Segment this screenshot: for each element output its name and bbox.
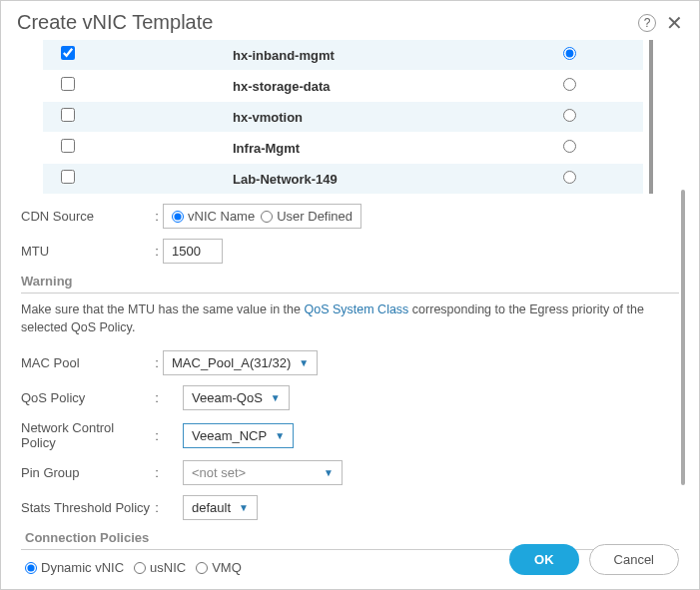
vlan-row: Lab-Network-149	[43, 164, 643, 194]
vlan-checkbox[interactable]	[61, 108, 75, 122]
divider	[21, 293, 679, 294]
scrollbar[interactable]	[681, 190, 685, 485]
radio-icon[interactable]	[134, 562, 146, 574]
cdn-source-label: CDN Source	[21, 209, 151, 224]
radio-icon[interactable]	[261, 211, 273, 223]
vlan-row: Infra-Mgmt	[43, 133, 643, 163]
radio-icon[interactable]	[196, 562, 208, 574]
dialog-header: Create vNIC Template ? ✕	[1, 1, 699, 40]
form-area: CDN Source : vNIC Name User Defined MTU …	[17, 204, 683, 575]
chevron-down-icon: ▼	[324, 467, 334, 478]
vlan-native-radio[interactable]	[563, 109, 576, 122]
stats-threshold-row: Stats Threshold Policy : default▼	[21, 495, 679, 520]
pin-group-select[interactable]: <not set>▼	[183, 460, 343, 485]
vlan-checkbox[interactable]	[61, 77, 75, 91]
vlan-name: hx-vmotion	[103, 110, 563, 125]
chevron-down-icon: ▼	[299, 357, 309, 368]
mtu-input[interactable]	[163, 239, 223, 264]
vlan-name: hx-storage-data	[103, 79, 563, 94]
qos-policy-select[interactable]: Veeam-QoS▼	[183, 385, 290, 410]
connection-policies-heading: Connection Policies	[25, 530, 679, 545]
vlan-list: hx-inband-mgmt hx-storage-data hx-vmotio…	[17, 40, 683, 194]
dynamic-vnic-option[interactable]: Dynamic vNIC	[25, 560, 124, 575]
pin-group-row: Pin Group : <not set>▼	[21, 460, 679, 485]
vlan-checkbox[interactable]	[61, 170, 75, 184]
cdn-user-defined-option[interactable]: User Defined	[261, 209, 352, 224]
vlan-row: hx-storage-data	[43, 71, 643, 101]
vlan-native-radio[interactable]	[563, 140, 576, 153]
content: hx-inband-mgmt hx-storage-data hx-vmotio…	[1, 40, 699, 575]
vlan-name: Infra-Mgmt	[103, 141, 563, 156]
cdn-source-row: CDN Source : vNIC Name User Defined	[21, 204, 679, 229]
vlan-checkbox[interactable]	[61, 46, 75, 60]
pin-group-label: Pin Group	[21, 465, 151, 480]
vlan-name: hx-inband-mgmt	[103, 48, 563, 63]
vmq-option[interactable]: VMQ	[196, 560, 242, 575]
cdn-source-group: vNIC Name User Defined	[163, 204, 361, 229]
network-control-policy-select[interactable]: Veeam_NCP▼	[183, 423, 294, 448]
qos-policy-label: QoS Policy	[21, 390, 151, 405]
chevron-down-icon: ▼	[275, 430, 285, 441]
vlan-native-radio[interactable]	[563, 78, 576, 91]
vlan-row: hx-inband-mgmt	[43, 40, 643, 70]
vlan-native-radio[interactable]	[563, 47, 576, 60]
network-control-policy-row: Network Control Policy : Veeam_NCP▼	[21, 420, 679, 450]
header-icons: ? ✕	[638, 13, 683, 33]
warning-text: Make sure that the MTU has the same valu…	[21, 301, 679, 336]
chevron-down-icon: ▼	[239, 502, 249, 513]
ok-button[interactable]: OK	[509, 544, 579, 575]
vlan-checkbox[interactable]	[61, 139, 75, 153]
radio-icon[interactable]	[25, 562, 37, 574]
dialog-title: Create vNIC Template	[17, 11, 213, 34]
mac-pool-select[interactable]: MAC_Pool_A(31/32)▼	[163, 350, 318, 375]
qos-policy-row: QoS Policy : Veeam-QoS▼	[21, 385, 679, 410]
stats-threshold-label: Stats Threshold Policy	[21, 500, 151, 515]
mac-pool-row: MAC Pool : MAC_Pool_A(31/32)▼	[21, 350, 679, 375]
help-icon[interactable]: ?	[638, 14, 656, 32]
cdn-vnic-name-option[interactable]: vNIC Name	[172, 209, 255, 224]
stats-threshold-select[interactable]: default▼	[183, 495, 258, 520]
network-control-policy-label: Network Control Policy	[21, 420, 151, 450]
qos-system-class-link[interactable]: QoS System Class	[304, 302, 408, 316]
mtu-label: MTU	[21, 244, 151, 259]
vlan-row: hx-vmotion	[43, 102, 643, 132]
cancel-button[interactable]: Cancel	[589, 544, 679, 575]
mac-pool-label: MAC Pool	[21, 355, 151, 370]
chevron-down-icon: ▼	[271, 392, 281, 403]
warning-heading: Warning	[21, 274, 679, 289]
usnic-option[interactable]: usNIC	[134, 560, 186, 575]
vlan-name: Lab-Network-149	[103, 172, 563, 187]
close-icon[interactable]: ✕	[666, 13, 683, 33]
footer: OK Cancel	[509, 544, 679, 575]
vlan-native-radio[interactable]	[563, 171, 576, 184]
mtu-row: MTU :	[21, 239, 679, 264]
radio-icon[interactable]	[172, 211, 184, 223]
